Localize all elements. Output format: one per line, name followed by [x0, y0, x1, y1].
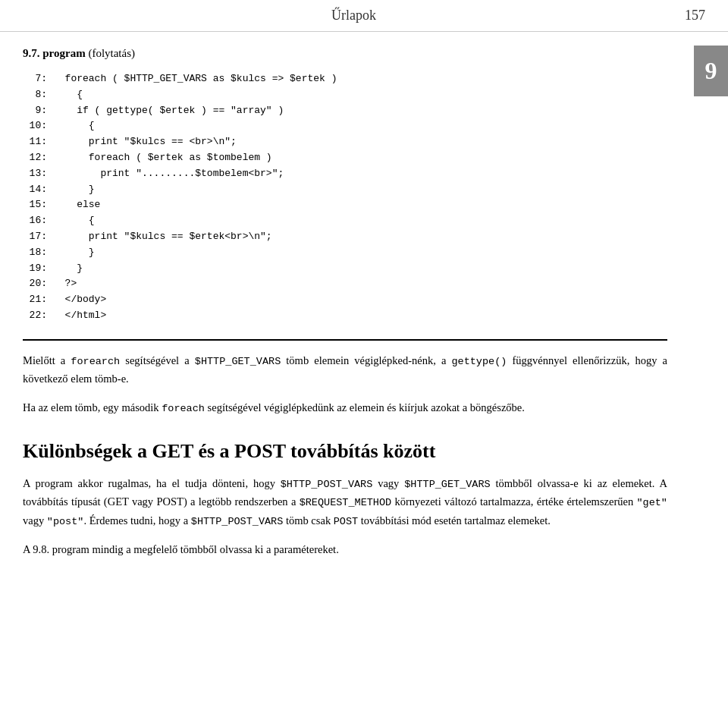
body-para-1: A program akkor rugalmas, ha el tudja dö… [23, 475, 667, 530]
code-line: 22: </html> [23, 308, 667, 324]
inline-code: $HTTP_GET_VARS [195, 356, 281, 367]
line-number: 9: [23, 103, 53, 119]
main-content: 9.7. program (folytatás) 7: foreach ( $H… [0, 32, 728, 585]
line-content: ?> [53, 276, 77, 292]
line-content: else [53, 197, 100, 213]
inline-code: $HTTP_POST_VARS [281, 479, 373, 490]
line-number: 14: [23, 182, 53, 198]
inline-code: $REQUEST_METHOD [300, 497, 392, 508]
code-line: 7: foreach ( $HTTP_GET_VARS as $kulcs =>… [23, 71, 667, 87]
line-content: </body> [53, 292, 106, 308]
code-line: 10: { [23, 118, 667, 134]
line-number: 19: [23, 261, 53, 277]
line-number: 7: [23, 71, 53, 87]
big-heading: Különbségek a GET és a POST továbbítás k… [23, 439, 667, 464]
inline-code: POST [334, 516, 358, 527]
inline-code: forearch [71, 356, 120, 367]
line-number: 17: [23, 229, 53, 245]
inline-code: $HTTP_GET_VARS [404, 479, 490, 490]
code-line: 13: print ".........$tombelem<br>"; [23, 166, 667, 182]
code-line: 11: print "$kulcs == <br>\n"; [23, 134, 667, 150]
code-line: 20: ?> [23, 276, 667, 292]
header-title: Űrlapok [23, 8, 685, 24]
code-line: 9: if ( gettype( $ertek ) == "array" ) [23, 103, 667, 119]
inline-code: "post" [47, 516, 84, 527]
page-container: Űrlapok 157 9 9.7. program (folytatás) 7… [0, 0, 728, 720]
code-line: 12: foreach ( $ertek as $tombelem ) [23, 150, 667, 166]
line-content: { [53, 213, 95, 229]
chapter-marker: 9 [694, 46, 728, 96]
description-para-2: Ha az elem tömb, egy második foreach seg… [23, 399, 667, 417]
line-number: 16: [23, 213, 53, 229]
code-line: 21: </body> [23, 292, 667, 308]
inline-code: gettype() [451, 356, 507, 367]
code-block: 7: foreach ( $HTTP_GET_VARS as $kulcs =>… [23, 68, 667, 328]
inline-code: "get" [636, 497, 667, 508]
line-content: </html> [53, 308, 106, 324]
code-line: 17: print "$kulcs == $ertek<br>\n"; [23, 229, 667, 245]
line-content: } [53, 182, 95, 198]
header-page-num: 157 [685, 8, 705, 24]
line-content: { [53, 118, 95, 134]
line-content: print "$kulcs == $ertek<br>\n"; [53, 229, 272, 245]
line-number: 15: [23, 197, 53, 213]
section-heading-bold: 9.7. program [23, 47, 86, 59]
inline-code: $HTTP_POST_VARS [191, 516, 284, 527]
line-number: 10: [23, 118, 53, 134]
line-number: 12: [23, 150, 53, 166]
line-content: if ( gettype( $ertek ) == "array" ) [53, 103, 284, 119]
line-content: { [53, 87, 83, 103]
line-number: 21: [23, 292, 53, 308]
line-content: print "$kulcs == <br>\n"; [53, 134, 237, 150]
code-line: 14: } [23, 182, 667, 198]
section-heading: 9.7. program (folytatás) [23, 47, 667, 60]
line-number: 8: [23, 87, 53, 103]
line-content: foreach ( $HTTP_GET_VARS as $kulcs => $e… [53, 71, 337, 87]
line-number: 13: [23, 166, 53, 182]
line-number: 20: [23, 276, 53, 292]
code-line: 19: } [23, 261, 667, 277]
code-line: 16: { [23, 213, 667, 229]
code-line: 18: } [23, 245, 667, 261]
line-number: 22: [23, 308, 53, 324]
line-number: 11: [23, 134, 53, 150]
section-heading-normal: (folytatás) [86, 47, 135, 59]
code-divider [23, 339, 667, 341]
line-content: print ".........$tombelem<br>"; [53, 166, 284, 182]
body-para-2: A 9.8. program mindig a megfelelő tömbbő… [23, 541, 667, 559]
line-content: } [53, 245, 95, 261]
line-content: } [53, 261, 83, 277]
line-content: foreach ( $ertek as $tombelem ) [53, 150, 272, 166]
code-line: 15: else [23, 197, 667, 213]
inline-code: foreach [162, 403, 205, 414]
line-number: 18: [23, 245, 53, 261]
code-line: 8: { [23, 87, 667, 103]
page-header: Űrlapok 157 [0, 0, 728, 32]
description-para-1: Mielőtt a forearch segítségével a $HTTP_… [23, 352, 667, 388]
